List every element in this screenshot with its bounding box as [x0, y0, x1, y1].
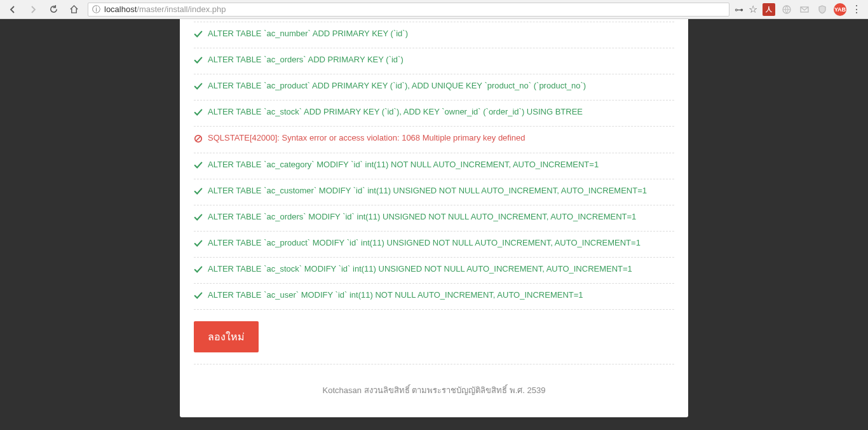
forward-button — [24, 2, 42, 17]
check-icon — [194, 160, 204, 175]
check-icon — [194, 186, 204, 201]
log-item: ALTER TABLE `ac_orders` ADD PRIMARY KEY … — [194, 48, 674, 74]
check-icon — [194, 55, 204, 70]
log-item: ALTER TABLE `ac_customer` MODIFY `id` in… — [194, 179, 674, 205]
home-button[interactable] — [65, 2, 83, 17]
log-text: ALTER TABLE `ac_number` ADD PRIMARY KEY … — [208, 26, 674, 41]
svg-line-3 — [196, 137, 201, 141]
log-text: ALTER TABLE `ac_user` MODIFY `id` int(11… — [208, 288, 674, 303]
viewport[interactable]: 'can_customer,can_stock,can_sell,can_buy… — [0, 19, 868, 430]
back-button[interactable] — [4, 2, 22, 17]
bookmark-star-icon[interactable]: ☆ — [749, 3, 757, 15]
toolbar-right: ⊶ ☆ 人 YAB ⋮ — [735, 3, 864, 16]
check-icon — [194, 107, 204, 122]
info-icon: ⓘ — [92, 4, 100, 15]
log-list: 'can_customer,can_stock,can_sell,can_buy… — [194, 19, 674, 310]
check-icon — [194, 81, 204, 96]
log-item: ALTER TABLE `ac_orders` MODIFY `id` int(… — [194, 205, 674, 232]
log-item: ALTER TABLE `ac_category` MODIFY `id` in… — [194, 153, 674, 179]
check-icon — [194, 238, 204, 253]
adobe-extension-icon[interactable]: 人 — [763, 3, 775, 16]
install-panel: 'can_customer,can_stock,can_sell,can_buy… — [180, 19, 688, 417]
log-text: SQLSTATE[42000]: Syntax error or access … — [208, 130, 674, 146]
url-bar[interactable]: ⓘ localhost/master/install/index.php — [88, 3, 729, 17]
log-text: ALTER TABLE `ac_orders` MODIFY `id` int(… — [208, 209, 674, 225]
shield-extension-icon[interactable] — [816, 3, 829, 16]
key-icon[interactable]: ⊶ — [735, 4, 743, 15]
log-item: ALTER TABLE `ac_product` MODIFY `id` int… — [194, 232, 674, 258]
log-text: ALTER TABLE `ac_customer` MODIFY `id` in… — [208, 183, 674, 198]
log-text: ALTER TABLE `ac_product` ADD PRIMARY KEY… — [208, 78, 674, 94]
log-text: ALTER TABLE `ac_stock` ADD PRIMARY KEY (… — [208, 104, 674, 120]
log-item: ALTER TABLE `ac_stock` MODIFY `id` int(1… — [194, 258, 674, 284]
browser-toolbar: ⓘ localhost/master/install/index.php ⊶ ☆… — [0, 0, 868, 19]
log-item: ALTER TABLE `ac_number` ADD PRIMARY KEY … — [194, 22, 674, 48]
reload-button[interactable] — [44, 2, 62, 17]
log-item: SQLSTATE[42000]: Syntax error or access … — [194, 127, 674, 153]
check-icon — [194, 212, 204, 227]
browser-menu-button[interactable]: ⋮ — [851, 3, 862, 15]
log-text: ALTER TABLE `ac_stock` MODIFY `id` int(1… — [208, 261, 674, 277]
retry-button[interactable]: ลองใหม่ — [194, 321, 259, 352]
log-item: ALTER TABLE `ac_user` MODIFY `id` int(11… — [194, 284, 674, 310]
log-text: ALTER TABLE `ac_orders` ADD PRIMARY KEY … — [208, 52, 674, 67]
log-item: ALTER TABLE `ac_product` ADD PRIMARY KEY… — [194, 74, 674, 101]
log-text: ALTER TABLE `ac_category` MODIFY `id` in… — [208, 157, 674, 172]
mail-extension-icon[interactable] — [798, 3, 811, 16]
log-item: ALTER TABLE `ac_stock` ADD PRIMARY KEY (… — [194, 101, 674, 127]
footer-text: Kotchasan สงวนลิขสิทธิ์ ตามพระราชบัญญัติ… — [194, 364, 674, 403]
log-text: ALTER TABLE `ac_product` MODIFY `id` int… — [208, 235, 674, 251]
globe-extension-icon[interactable] — [780, 3, 793, 16]
check-icon — [194, 29, 204, 44]
ban-icon — [194, 133, 204, 148]
check-icon — [194, 290, 204, 305]
check-icon — [194, 264, 204, 279]
yab-extension-icon[interactable]: YAB — [834, 3, 846, 16]
url-text: localhost/master/install/index.php — [104, 4, 226, 14]
